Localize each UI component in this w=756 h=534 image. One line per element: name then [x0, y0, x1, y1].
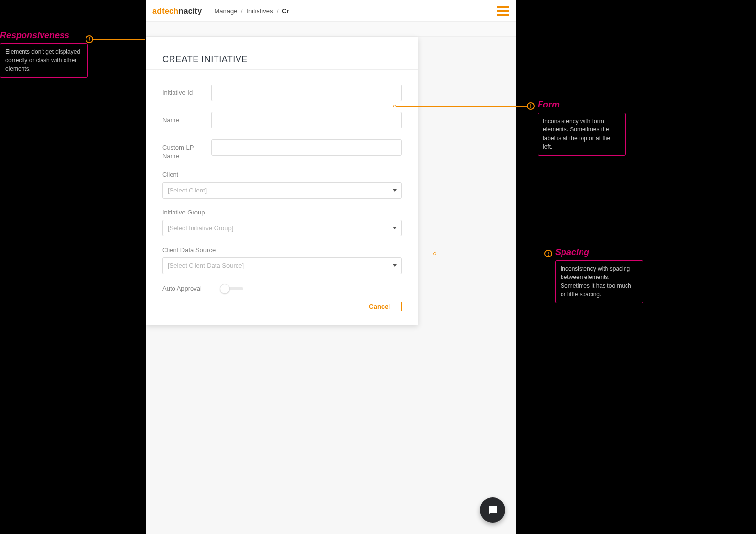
breadcrumb-sep: / — [241, 7, 243, 15]
annotation-form: Form Inconsistency with form elements. S… — [538, 100, 626, 156]
logo-part1: adtech — [152, 7, 178, 15]
panel-wrap: View As... CREATE INITIATIVE Initiative … — [146, 37, 516, 534]
annotation-responsiveness: Responsiveness Elements don't get displa… — [0, 30, 88, 78]
logo: adtechnacity — [152, 7, 202, 16]
divider — [208, 2, 208, 21]
annotation-spacing: Spacing Inconsistency with spacing betwe… — [555, 247, 643, 303]
logo-part2: nacity — [178, 7, 202, 15]
label-client-data-source: Client Data Source — [162, 246, 402, 255]
select-client-data-source[interactable] — [162, 257, 402, 274]
annotation-form-text: Inconsistency with form elements. Someti… — [538, 113, 626, 156]
menu-icon[interactable] — [497, 4, 509, 17]
topbar: adtechnacity Manage / Initiatives / Cr — [146, 0, 516, 22]
label-initiative-id: Initiative Id — [162, 85, 211, 97]
annotation-form-title: Form — [538, 100, 626, 110]
form-panel: CREATE INITIATIVE Initiative Id Name Cus… — [146, 37, 418, 325]
annotation-responsiveness-text: Elements don't get displayed correctly o… — [0, 43, 88, 78]
actions: Cancel — [162, 302, 402, 311]
page-title: CREATE INITIATIVE — [162, 54, 402, 64]
select-client[interactable] — [162, 182, 402, 199]
chat-launcher[interactable] — [480, 497, 505, 523]
alert-icon: ! — [544, 250, 552, 257]
annotation-spacing-text: Inconsistency with spacing between eleme… — [555, 260, 643, 303]
alert-icon: ! — [527, 102, 535, 110]
field-initiative-group: Initiative Group — [162, 209, 402, 236]
breadcrumb-manage[interactable]: Manage — [214, 7, 237, 15]
cancel-button[interactable]: Cancel — [366, 302, 393, 311]
label-custom-lp: Custom LP Name — [162, 139, 211, 160]
breadcrumb-sep: / — [277, 7, 279, 15]
label-initiative-group: Initiative Group — [162, 209, 402, 217]
breadcrumb[interactable]: Manage / Initiatives / Cr — [214, 7, 289, 15]
input-custom-lp[interactable] — [211, 139, 402, 156]
toggle-auto-approval[interactable] — [220, 284, 243, 294]
annotation-spacing-title: Spacing — [555, 247, 643, 257]
select-initiative-group[interactable] — [162, 220, 402, 236]
field-name: Name — [162, 112, 402, 128]
field-custom-lp: Custom LP Name — [162, 139, 402, 160]
field-auto-approval: Auto Approval — [162, 284, 402, 294]
connector-line — [435, 254, 544, 254]
chat-icon — [487, 504, 498, 516]
field-client-data-source: Client Data Source — [162, 246, 402, 274]
chevron-down-icon — [393, 189, 397, 192]
input-initiative-id[interactable] — [211, 85, 402, 101]
field-initiative-id: Initiative Id — [162, 85, 402, 101]
subbar — [146, 22, 516, 37]
connector-line — [93, 39, 153, 40]
label-client: Client — [162, 171, 402, 179]
breadcrumb-initiatives[interactable]: Initiatives — [246, 7, 273, 15]
chevron-down-icon — [393, 227, 397, 229]
app-window: adtechnacity Manage / Initiatives / Cr V… — [145, 0, 517, 534]
annotation-responsiveness-title: Responsiveness — [0, 30, 88, 41]
breadcrumb-current: Cr — [282, 7, 289, 15]
divider — [146, 69, 418, 70]
label-name: Name — [162, 112, 211, 125]
connector-line — [395, 106, 527, 107]
field-client: Client — [162, 171, 402, 199]
input-name[interactable] — [211, 112, 402, 128]
chevron-down-icon — [393, 264, 397, 267]
label-auto-approval: Auto Approval — [162, 285, 211, 292]
